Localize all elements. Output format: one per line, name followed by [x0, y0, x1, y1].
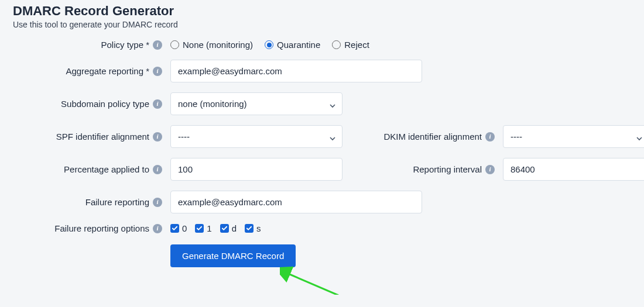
info-icon[interactable]: i [153, 165, 162, 174]
checkbox-icon [245, 224, 254, 233]
failure-reporting-input[interactable] [170, 191, 422, 213]
label-reporting-interval: Reporting interval [413, 164, 482, 174]
info-icon[interactable]: i [485, 132, 495, 142]
select-value: ---- [178, 132, 190, 142]
radio-reject[interactable]: Reject [332, 40, 369, 50]
policy-type-radio-group: None (monitoring) Quarantine Reject [170, 40, 369, 50]
radio-quarantine[interactable]: Quarantine [265, 40, 320, 50]
checkbox-d[interactable]: d [220, 223, 237, 233]
label-spf-alignment: SPF identifier alignment [56, 132, 149, 142]
label-percentage: Percentage applied to [64, 164, 149, 174]
label-aggregate-reporting: Aggregate reporting * [66, 66, 149, 76]
subdomain-policy-select[interactable]: none (monitoring) [170, 92, 342, 115]
info-icon[interactable]: i [153, 99, 162, 109]
select-value: none (monitoring) [178, 99, 247, 109]
label-failure-reporting: Failure reporting [85, 197, 149, 207]
info-icon[interactable]: i [153, 132, 162, 142]
generate-button[interactable]: Generate DMARC Record [170, 244, 296, 267]
checkbox-label: d [232, 223, 237, 233]
checkbox-label: s [256, 223, 261, 233]
page-title: DMARC Record Generator [13, 4, 631, 19]
chevron-down-icon [329, 101, 335, 107]
checkbox-1[interactable]: 1 [195, 223, 211, 233]
checkbox-icon [170, 224, 179, 233]
checkbox-icon [220, 224, 229, 233]
checkbox-s[interactable]: s [245, 223, 261, 233]
reporting-interval-input[interactable] [503, 158, 644, 181]
chevron-down-icon [329, 134, 335, 140]
checkbox-label: 0 [182, 223, 187, 233]
checkbox-0[interactable]: 0 [170, 223, 187, 233]
label-dkim-alignment: DKIM identifier alignment [383, 132, 482, 142]
label-subdomain-policy: Subdomain policy type [61, 99, 149, 109]
label-failure-options: Failure reporting options [54, 223, 149, 233]
info-icon[interactable]: i [153, 67, 162, 76]
radio-icon [265, 40, 273, 49]
radio-icon [170, 40, 179, 49]
info-icon[interactable]: i [153, 224, 162, 233]
select-value: ---- [511, 132, 522, 142]
info-icon[interactable]: i [485, 165, 495, 174]
percentage-input[interactable] [170, 158, 342, 181]
aggregate-reporting-input[interactable] [170, 60, 422, 82]
chevron-down-icon [636, 134, 642, 140]
label-policy-type: Policy type * [101, 40, 149, 50]
dkim-alignment-select[interactable]: ---- [503, 125, 644, 148]
failure-options-group: 0 1 d s [170, 223, 261, 233]
svg-line-0 [287, 273, 338, 295]
radio-label: None (monitoring) [183, 40, 253, 50]
radio-none[interactable]: None (monitoring) [170, 40, 253, 50]
annotation-arrow-icon [280, 266, 344, 295]
radio-label: Quarantine [277, 40, 320, 50]
checkbox-icon [195, 224, 204, 233]
radio-icon [332, 40, 341, 49]
spf-alignment-select[interactable]: ---- [170, 125, 342, 148]
checkbox-label: 1 [207, 223, 211, 233]
radio-label: Reject [344, 40, 369, 50]
info-icon[interactable]: i [153, 40, 162, 50]
info-icon[interactable]: i [153, 198, 162, 207]
page-subtitle: Use this tool to generate your DMARC rec… [13, 20, 631, 29]
